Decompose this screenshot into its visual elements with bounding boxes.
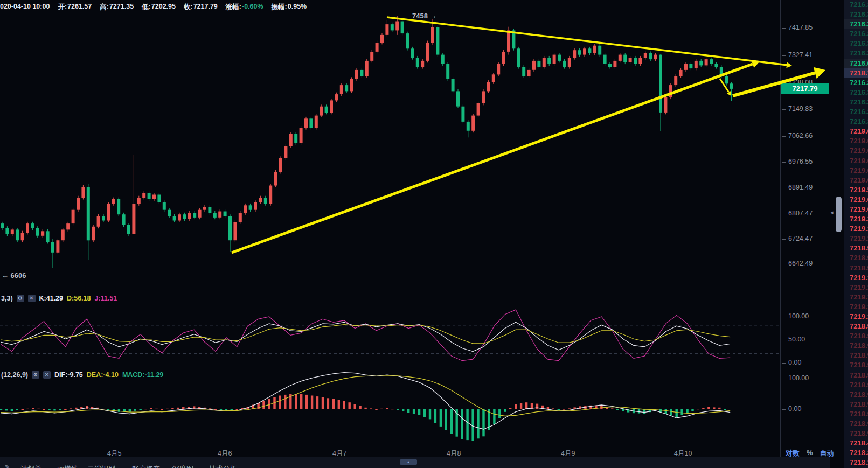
bottom-tool-item[interactable]: 计划单 [20,464,41,468]
low-label: 低: [142,3,151,12]
log-scale-button[interactable]: 对数 [786,449,800,458]
bottom-tool-item[interactable]: 技术分析 [209,464,237,468]
trade-feed-row[interactable]: 7216.3 [844,88,868,97]
trade-feed-row[interactable]: 7218.4 [844,438,868,448]
change-label: 涨幅: [226,3,241,12]
trade-feed-row[interactable]: 7216.3 [844,78,868,88]
price-axis-label: 6807.47 [788,209,813,217]
macd-params: (12,26,9) [1,371,28,379]
indicator-axis-label: 100.00 [788,312,809,320]
trade-feed-row[interactable]: 7218.9 [844,243,868,253]
trade-feed-row[interactable]: 7216.3 [844,48,868,58]
trade-feed-row[interactable]: 7216.3 [844,0,868,10]
macd-header: (12,26,9) ⚙ ✕ DIF:-9.75 DEA:-4.10 MACD:-… [1,371,163,379]
trade-feed-row[interactable]: 7219.6 [844,146,868,156]
low-value: 7202.95 [151,3,176,12]
scale-controls: 对数 % 自动 [786,449,834,458]
trade-feed-row[interactable]: 7219.1 [844,224,868,234]
macd-indicator [0,373,730,441]
trade-feed-row[interactable]: 7218.9 [844,253,868,263]
trade-feed-row[interactable]: 7218.9 [844,322,868,331]
trade-feed-row[interactable]: 7218.9 [844,409,868,419]
kdj-close-icon[interactable]: ✕ [28,295,36,302]
trade-feed-row[interactable]: 7216.3 [844,97,868,107]
price-axis[interactable]: 7217.79 7417.857327.417238.087149.837062… [780,0,845,457]
trade-feed-row[interactable]: 7218.9 [844,331,868,341]
trade-feed-row[interactable]: 7218.9 [844,360,868,370]
macd-panel-divider [0,367,830,367]
date-axis[interactable]: 4月54月64月74月84月94月10 [0,448,830,457]
trade-feed-row[interactable]: 7219.1 [844,273,868,283]
macd-settings-icon[interactable]: ⚙ [32,371,39,379]
trade-feed-row[interactable]: 7218.9 [844,263,868,273]
trade-feed-row[interactable]: 7216.3 [844,39,868,48]
trade-feed-row[interactable]: 7216.3 [844,29,868,39]
bottom-tool-item[interactable]: 账户资产 [132,464,160,468]
trade-feed-row[interactable]: 7219.6 [844,166,868,176]
price-axis-label: 6642.49 [788,260,813,267]
trade-feed-row[interactable]: 7219.2 [844,214,868,224]
trade-feed-row[interactable]: 7219.1 [844,302,868,312]
trade-feed-row[interactable]: 7219.6 [844,127,868,136]
trade-feed-row[interactable]: 7218.9 [844,351,868,360]
low-price-marker: ← 6606 [2,271,26,280]
kdj-d-value: D:56.18 [67,295,91,302]
high-label: 高: [100,3,109,12]
trade-feed-row[interactable]: 7218.7 [844,68,868,78]
bottom-tool-item[interactable]: 深度图 [172,464,193,468]
trade-feed-row[interactable]: 7216.6 [844,59,868,68]
trade-feed-row[interactable]: 7216.3 [844,19,868,29]
trade-feed-row[interactable]: 7218.9 [844,429,868,438]
price-axis-label: 6891.49 [788,184,813,191]
kdj-panel-divider [0,289,830,289]
trade-feed-row[interactable]: 7219.6 [844,136,868,146]
trade-feed-row[interactable]: 7219.1 [844,283,868,292]
trade-feed-row[interactable]: 7219.6 [844,205,868,214]
macd-dea-value: DEA:-4.10 [87,371,119,379]
trade-feed-row[interactable]: 7218.9 [844,380,868,390]
price-axis-label: 7062.66 [788,132,813,139]
trade-feed-row[interactable]: 7218.9 [844,341,868,351]
price-axis-label: 7149.83 [788,105,813,113]
trade-feed-row[interactable]: 7216.3 [844,10,868,19]
trade-feed-row[interactable]: 7218.9 [844,400,868,409]
kdj-settings-icon[interactable]: ⚙ [17,295,24,302]
trade-feed-row[interactable]: 7219.1 [844,292,868,302]
trade-feed-row[interactable]: 7216.3 [844,107,868,117]
price-axis-label: 6724.47 [788,235,813,242]
trade-feed-row[interactable]: 7218.9 [844,419,868,429]
kdj-k-value: K:41.29 [39,295,63,302]
trade-feed-row[interactable]: 7218.3 [844,448,868,458]
feed-expand-chevron-icon[interactable]: ◂ [830,209,834,216]
trade-feed-row[interactable]: 7219.6 [844,156,868,166]
price-axis-label: 7417.85 [788,24,813,31]
candles [1,16,733,268]
bottom-tool-item[interactable]: 画横线 [57,464,78,468]
trade-feed-row[interactable]: 7219.5 [844,185,868,195]
candlestick-chart[interactable] [0,0,868,468]
amplitude-label: 振幅: [272,3,287,12]
bottom-toolbar: ✎ 计划单画横线云端识别账户资产深度图技术分析 ▲ [0,457,830,468]
trade-feed-row[interactable]: 7216.3 [844,117,868,127]
close-value: 7217.79 [193,3,218,12]
trade-feed-row[interactable]: 7219.6 [844,195,868,205]
collapse-toolbar-button[interactable]: ▲ [400,459,417,465]
ohlc-info-bar: 2020-04-10 10:00 开:7261.57 高:7271.35 低:7… [0,3,307,12]
draw-tool-icon[interactable]: ✎ [5,464,10,468]
feed-scrollbar-thumb[interactable] [836,197,842,232]
high-price-marker: 7458 → [412,12,437,20]
trade-feed-row[interactable]: 7218.9 [844,390,868,400]
close-label: 收: [184,3,193,12]
trade-feed-row[interactable]: 7219.1 [844,234,868,243]
indicator-axis-label: 0.00 [788,359,801,366]
bottom-tool-item[interactable]: 云端识别 [87,464,115,468]
macd-close-icon[interactable]: ✕ [43,371,51,379]
trade-feed-row[interactable]: 7218.1 [844,458,868,467]
auto-scale-button[interactable]: 自动 [820,449,834,458]
percent-scale-button[interactable]: % [807,449,813,458]
trade-feed-panel[interactable]: 7216.37216.37216.37216.37216.37216.37216… [844,0,868,468]
trade-feed-row[interactable]: 7219.6 [844,176,868,185]
trade-feed-row[interactable]: 7218.9 [844,371,868,380]
amplitude-value: 0.95% [288,3,307,12]
trade-feed-row[interactable]: 7219.1 [844,312,868,322]
